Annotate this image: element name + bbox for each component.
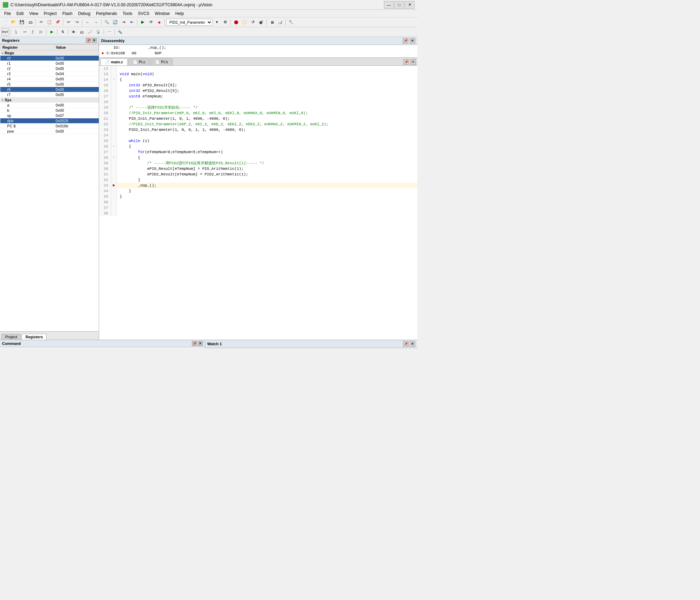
code-line-13: 13void main(void) (99, 71, 417, 77)
maximize-button[interactable]: □ (394, 1, 404, 9)
tab-main-c[interactable]: 📄 main.c (100, 58, 128, 65)
run-btn[interactable]: 💣 (257, 18, 265, 26)
reset-btn[interactable]: ↺ (249, 18, 257, 26)
command-title: Command (2, 341, 21, 346)
reg-row-r2[interactable]: r20x00 (0, 66, 99, 71)
reg-row-b[interactable]: b0x00 (0, 108, 99, 113)
code-close-btn[interactable]: ✕ (410, 59, 416, 65)
redo-btn[interactable]: ↪ (73, 18, 81, 26)
reg-row-psw[interactable]: psw0x00 (0, 129, 99, 134)
open-btn[interactable]: 📂 (10, 18, 17, 26)
reg-row-r3[interactable]: r30x04 (0, 71, 99, 77)
command-close-btn[interactable]: ✕ (198, 341, 203, 346)
memory-win-btn[interactable]: 🗂 (78, 28, 86, 36)
more-btn[interactable]: ⋯ (105, 28, 113, 36)
reg-row-r6[interactable]: r60x00 (0, 87, 99, 92)
reg-row-r1[interactable]: r10x00 (0, 61, 99, 66)
build-btn[interactable]: ▶ (139, 18, 146, 26)
registers-pin-btn[interactable]: 📌 (86, 38, 91, 43)
run-to-btn[interactable]: ▷ (37, 28, 45, 36)
dbg-run-btn[interactable]: ▶ (48, 28, 56, 36)
perf-win-btn[interactable]: 📈 (86, 28, 94, 36)
watch-pin-btn[interactable]: 📌 (403, 341, 409, 347)
watch-close-btn[interactable]: ✕ (410, 341, 415, 347)
undo-btn[interactable]: ↩ (65, 18, 72, 26)
serial-win-btn[interactable]: 📡 (95, 28, 102, 36)
menu-edit[interactable]: Edit (14, 10, 26, 17)
code-win-btn[interactable]: 📊 (276, 18, 284, 26)
save-all-btn[interactable]: 🗃 (26, 18, 34, 26)
prev-btn[interactable]: ← (84, 18, 91, 26)
menu-view[interactable]: View (26, 10, 41, 17)
tools2-btn[interactable]: 🔩 (116, 28, 124, 36)
disassembly-title: Disassembly (101, 39, 124, 43)
outdent-btn[interactable]: ⇤ (128, 18, 136, 26)
save-btn[interactable]: 💾 (18, 18, 26, 26)
debug-stop-btn[interactable]: ◯ (241, 18, 248, 26)
menu-svcs[interactable]: SVCS (135, 10, 152, 17)
rebuild-btn[interactable]: ⟳ (147, 18, 155, 26)
menu-tools[interactable]: Tools (120, 10, 135, 17)
cfg-btn[interactable]: ⚙ (222, 18, 229, 26)
repl-btn[interactable]: 🔄 (111, 18, 119, 26)
reg-row-r7[interactable]: r70x05 (0, 92, 99, 97)
reg-row-r4[interactable]: r40x00 (0, 77, 99, 82)
tab-pi-c[interactable]: 📄 PI.c (128, 58, 150, 65)
reg-row-dptr[interactable]: dptr0x0028 (0, 118, 99, 124)
indent-btn[interactable]: ⇥ (120, 18, 127, 26)
code-line-34: 34 } (99, 188, 417, 194)
menu-flash[interactable]: Flash (59, 10, 75, 17)
minimize-button[interactable]: — (384, 1, 394, 9)
line-content-15: int32 ePIO_Result[5]; (117, 82, 417, 88)
menu-project[interactable]: Project (41, 10, 59, 17)
reg-row-PC-dollar[interactable]: PC $0x016b (0, 124, 99, 129)
debug-start-btn[interactable]: ⬤ (232, 18, 240, 26)
tab-registers[interactable]: Registers (22, 334, 47, 340)
tab-project[interactable]: Project (1, 334, 21, 340)
line-number-33: 33 (99, 183, 111, 188)
close-button[interactable]: ✕ (405, 1, 415, 9)
code-pin-btn[interactable]: 📌 (403, 59, 409, 65)
code-line-16: 16 int32 ePID2_Result[5]; (99, 88, 417, 94)
registers-close-btn[interactable]: ✕ (92, 38, 97, 43)
dropdown-btn[interactable]: ▾ (213, 18, 221, 26)
dasm-pin-btn[interactable]: 📌 (403, 38, 408, 44)
step-over-btn[interactable]: ⤻ (21, 28, 28, 36)
line-number-14: 14 (99, 77, 111, 82)
menu-peripherals[interactable]: Peripherals (93, 10, 120, 17)
reg-row-r5[interactable]: r50x00 (0, 82, 99, 87)
target-dropdown[interactable]: PID2_Init_Parameter (166, 19, 212, 26)
line-number-25: 25 (99, 138, 111, 144)
stop-btn[interactable]: ■ (155, 18, 163, 26)
win-btn[interactable]: 🖥 (268, 18, 276, 26)
cut-btn[interactable]: ✂ (37, 18, 45, 26)
search-btn[interactable]: 🔍 (103, 18, 111, 26)
rst-btn[interactable]: RST (1, 28, 9, 36)
menu-debug[interactable]: Debug (75, 10, 93, 17)
dasm-close-btn[interactable]: ✕ (410, 38, 415, 44)
registers-scroll[interactable]: Register Value − Regsr00x00r10x00r20x00r… (0, 44, 99, 331)
line-content-35: } (117, 194, 417, 199)
reg-row-r0[interactable]: r00x00 (0, 56, 99, 61)
next-btn[interactable]: → (92, 18, 100, 26)
menu-help[interactable]: Help (172, 10, 187, 17)
paste-btn[interactable]: 📌 (54, 18, 62, 26)
tab-pi-h[interactable]: 📄 PI.h (151, 58, 172, 65)
copy-btn[interactable]: 📋 (46, 18, 53, 26)
reg-row-sp[interactable]: sp0x07 (0, 113, 99, 118)
step-out-btn[interactable]: ⤴ (29, 28, 37, 36)
step-into-btn[interactable]: ⤵ (12, 28, 20, 36)
new-btn[interactable]: 📄 (1, 18, 9, 26)
title-bar-controls: — □ ✕ (384, 1, 415, 9)
line-content-29: /* -----用PID2进行PID运算并赋值给PID_Result[i]---… (117, 160, 417, 166)
reg-row-a[interactable]: a0x00 (0, 103, 99, 108)
settings-btn[interactable]: 🔧 (287, 18, 295, 26)
menu-file[interactable]: File (1, 10, 14, 17)
line-content-16: int32 ePID2_Result[5]; (117, 88, 417, 94)
line-number-31: 31 (99, 172, 111, 177)
watch-win-btn[interactable]: 👁 (70, 28, 77, 36)
command-pin-btn[interactable]: 📌 (192, 341, 197, 346)
menu-window[interactable]: Window (152, 10, 172, 17)
show-next-btn[interactable]: ↯ (59, 28, 66, 36)
code-editor[interactable]: 1213void main(void)14−{15 int32 ePIO_Res… (99, 66, 417, 340)
